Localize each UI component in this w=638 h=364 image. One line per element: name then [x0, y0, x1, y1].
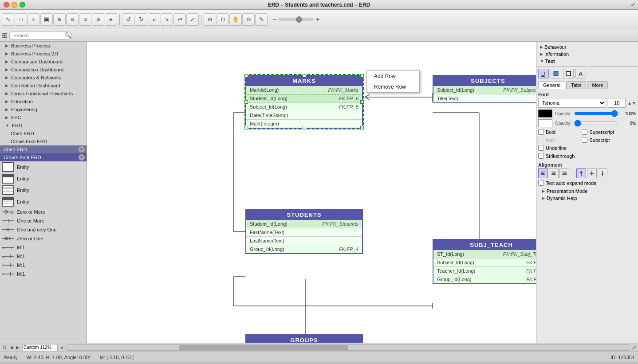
table-row[interactable]: Date(TimeStamp) — [246, 111, 362, 120]
add-row-tool[interactable]: ⊞ — [53, 13, 66, 26]
zoom-fit[interactable]: ⊕ — [204, 13, 216, 26]
table-row[interactable]: Student_Id(Long) PK:PK_Students — [246, 220, 362, 228]
sidebar-item-business-process[interactable]: ▶ Business Process — [0, 42, 87, 50]
entity-striped[interactable]: Entity — [0, 184, 87, 196]
tree-item-behaviour[interactable]: ▶ Behaviour — [538, 43, 636, 51]
sidebar-item-comparison[interactable]: ▶ Comparison Dashboard — [0, 58, 87, 66]
border-format-btn[interactable] — [563, 69, 574, 78]
entity-double[interactable]: Entity — [0, 196, 87, 207]
table-row[interactable]: Group_Id(Long) FK:FR_1 — [433, 275, 536, 283]
scrollbar-thumb[interactable] — [179, 345, 348, 350]
subscript-checkbox[interactable] — [582, 137, 587, 143]
maximize-button[interactable] — [20, 2, 25, 8]
handle-bl[interactable] — [244, 126, 248, 129]
open-tab-crows-foot[interactable]: Crow's Foot ERD ✕ — [0, 153, 87, 161]
handle-tl[interactable] — [244, 74, 248, 78]
tab-more[interactable]: More — [587, 81, 608, 89]
sidebar-item-education[interactable]: ▶ Education — [0, 98, 87, 106]
align-center-btn[interactable] — [549, 168, 559, 178]
table-row[interactable]: FirstName(Text) — [246, 228, 362, 237]
table-row[interactable]: Student_Id(Long) FK:FR_6 — [246, 94, 362, 103]
zero-or-more[interactable]: ≥ Zero or More — [0, 207, 87, 216]
sidebar-item-correlation[interactable]: ▶ Correlation Dashboard — [0, 82, 87, 90]
open-tab-chen-erd[interactable]: Chen ERD ✕ — [0, 145, 87, 153]
sidebar-item-engineering[interactable]: ▶ Engineering — [0, 106, 87, 114]
zoom-plus[interactable]: + — [315, 16, 319, 23]
sidebar-item-flowcharts[interactable]: ▶ Cross-Functional Flowcharts — [0, 90, 87, 98]
tab-tabs[interactable]: Tabs — [566, 81, 586, 89]
bold-checkbox[interactable] — [538, 129, 544, 135]
table-row[interactable]: Teacher_Id(Long) FK:FR_2 — [433, 267, 536, 275]
handle-mr[interactable] — [360, 100, 364, 104]
rect-tool[interactable]: □ — [15, 13, 27, 26]
nav-prev[interactable]: ◀ — [10, 345, 13, 350]
expand-mode-checkbox[interactable] — [538, 180, 544, 186]
tree-item-information[interactable]: ▶ Information — [538, 51, 636, 58]
horizontal-scrollbar[interactable] — [67, 344, 629, 351]
handle-ml[interactable] — [244, 100, 248, 104]
font-size-arrow[interactable]: ▲▼ — [627, 101, 636, 106]
table-row[interactable]: ST_Id(Long) PK:PK_Subj_Teach — [433, 250, 536, 258]
back-tool[interactable]: ↲ — [148, 13, 160, 26]
tab-general[interactable]: General — [538, 81, 565, 89]
expand-canvas-btn[interactable]: ⤢ — [632, 344, 636, 351]
handle-br[interactable] — [360, 126, 364, 129]
table-subj-teach[interactable]: SUBJ_TEACH ST_Id(Long) PK:PK_Subj_Teach … — [433, 239, 536, 284]
tool8[interactable]: ⊞ — [92, 13, 104, 26]
zoom-area[interactable]: ⊙ — [217, 13, 229, 26]
align-right-btn[interactable] — [559, 168, 569, 178]
zoom-minus[interactable]: − — [272, 16, 276, 23]
bg-color-swatch[interactable] — [538, 119, 552, 127]
select-tool[interactable]: ↖ — [2, 13, 14, 26]
zoom-stepper-up[interactable]: ▲ — [60, 345, 64, 349]
align-top-btn[interactable] — [576, 168, 586, 178]
fill-format-btn[interactable] — [551, 69, 561, 78]
search-input[interactable] — [9, 31, 71, 40]
superscript-checkbox[interactable] — [582, 129, 587, 135]
tool6[interactable]: ⊟ — [66, 13, 79, 26]
forward-tool[interactable]: ↳ — [161, 13, 173, 26]
zoom-slider[interactable] — [278, 18, 314, 21]
search-icon[interactable]: 🔍 — [64, 32, 71, 39]
text-format-btn[interactable]: A — [575, 69, 586, 78]
ellipse-tool[interactable]: ○ — [28, 13, 40, 26]
strikethrough-checkbox[interactable] — [538, 153, 544, 159]
window-controls[interactable] — [4, 2, 25, 8]
grid-btn[interactable]: ⊞ — [2, 31, 8, 39]
redo-tool[interactable]: ↻ — [135, 13, 147, 26]
sidebar-item-crows-foot[interactable]: Crows Foot ERD — [0, 137, 87, 145]
table-row[interactable]: LastName(Text) — [246, 237, 362, 245]
close-button[interactable] — [4, 2, 9, 8]
expand-button[interactable]: ⤢ — [631, 2, 634, 7]
table-subjects[interactable]: SUBJECTS Subject_Id(Long) PK:PK_Subjects… — [433, 75, 536, 103]
italic-checkbox[interactable] — [538, 137, 544, 143]
undo-tool[interactable]: ↺ — [122, 13, 134, 26]
canvas-area[interactable]: MARKS MarkId(Long) PK:PK_Marks Student_I… — [87, 42, 536, 343]
handle-tm[interactable] — [303, 74, 306, 78]
m1-relation-2[interactable]: M M:1 — [0, 252, 87, 261]
entity-plain[interactable]: Entity — [0, 161, 87, 173]
sidebar-item-erd[interactable]: ▼ ERD — [0, 121, 87, 129]
ctx-add-row[interactable]: Add Row — [367, 71, 419, 82]
table-tool[interactable]: ▣ — [40, 13, 53, 26]
underline-format-btn[interactable]: U — [538, 69, 549, 78]
table-row[interactable]: Group_Id(Long) FK:FR_4 — [246, 245, 362, 253]
sidebar-item-business-process2[interactable]: ▶ Business Process 2,0 — [0, 50, 87, 58]
ctx-remove-row[interactable]: Remove Row — [367, 82, 419, 92]
table-groups[interactable]: GROUPS Group_Id(Long) PK:PK_Groups Name(… — [245, 334, 363, 343]
swap-tool[interactable]: ⇌ — [173, 13, 186, 26]
dynamic-help-row[interactable]: ▶ Dynamic Help — [538, 195, 636, 202]
expand-tool[interactable]: ⤢ — [186, 13, 199, 26]
table-row[interactable]: Subject_Id(Long) FK:FR_5 — [246, 103, 362, 111]
close-tab-chen-erd[interactable]: ✕ — [79, 146, 85, 153]
align-left-btn[interactable] — [538, 168, 548, 178]
presentation-mode-row[interactable]: ▶ Presentation Mode — [538, 188, 636, 195]
opacity-slider-2[interactable] — [574, 121, 618, 125]
tool7[interactable]: ⊡ — [79, 13, 91, 26]
sidebar-item-chen-erd[interactable]: Chen ERD — [0, 129, 87, 137]
text-color-swatch[interactable] — [538, 110, 552, 117]
table-row[interactable]: Title(Text) — [433, 94, 536, 102]
nav-next[interactable]: ▶ — [16, 345, 20, 350]
minimize-button[interactable] — [12, 2, 17, 8]
sidebar-item-composition[interactable]: ▶ Composition Dashboard — [0, 66, 87, 74]
